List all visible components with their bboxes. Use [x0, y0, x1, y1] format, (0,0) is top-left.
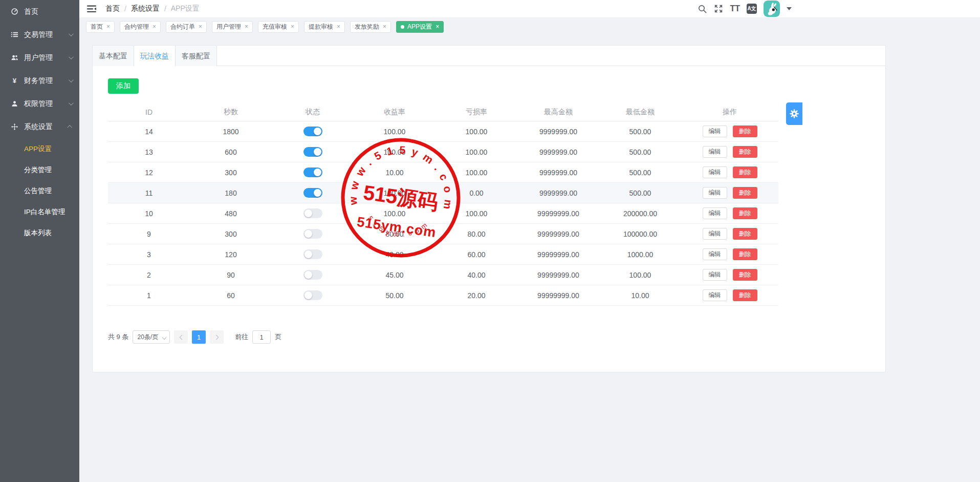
delete-button[interactable]: 删除 — [733, 248, 757, 260]
breadcrumb: 首页 / 系统设置 / APP设置 — [105, 4, 200, 13]
cell-operations: 编辑删除 — [681, 269, 778, 281]
tag-item[interactable]: 用户管理× — [212, 21, 253, 33]
sidebar-item-users[interactable]: 用户管理 — [0, 46, 79, 69]
chevron-down-icon — [162, 336, 166, 340]
tag-close-icon[interactable]: × — [106, 23, 110, 30]
tag-close-icon[interactable]: × — [153, 23, 156, 30]
tag-item[interactable]: 发放奖励× — [350, 21, 391, 33]
edit-button[interactable]: 编辑 — [703, 125, 727, 137]
prev-page-button[interactable] — [174, 330, 188, 344]
cell-operations: 编辑删除 — [681, 289, 778, 301]
goto-page-input[interactable] — [252, 330, 271, 344]
tag-item[interactable]: 首页× — [86, 21, 115, 33]
status-toggle[interactable] — [303, 270, 322, 280]
breadcrumb-home[interactable]: 首页 — [105, 4, 120, 13]
sidebar-item-finance[interactable]: ¥财务管理 — [0, 69, 79, 92]
font-size-icon[interactable]: TT — [730, 5, 740, 13]
cell-id: 1 — [108, 291, 190, 300]
cell-status — [272, 208, 354, 218]
edit-button[interactable]: 编辑 — [703, 187, 727, 199]
breadcrumb-system-settings[interactable]: 系统设置 — [131, 4, 160, 13]
tab-玩法收益[interactable]: 玩法收益 — [134, 46, 176, 67]
column-header: 最高金额 — [517, 108, 599, 117]
sidebar-item-trade[interactable]: 交易管理 — [0, 23, 79, 46]
cell-min-amount: 500.00 — [599, 128, 681, 136]
tag-label: 合约订单 — [170, 23, 195, 31]
cell-max-amount: 9999999.00 — [517, 128, 599, 136]
column-header: 秒数 — [190, 108, 272, 117]
edit-button[interactable]: 编辑 — [703, 146, 727, 158]
cell-seconds: 600 — [190, 148, 272, 156]
cell-min-amount: 1000.00 — [599, 250, 681, 259]
sidebar-item-label: 首页 — [24, 7, 72, 16]
delete-button[interactable]: 删除 — [733, 207, 757, 219]
translate-icon[interactable]: A文 — [747, 4, 757, 14]
collapse-sidebar-icon[interactable] — [86, 3, 97, 14]
sidebar-subitem-announcement[interactable]: 公告管理 — [0, 180, 79, 201]
sidebar-item-label: 用户管理 — [24, 53, 69, 62]
user-menu-caret-icon[interactable] — [787, 7, 792, 10]
tag-label: 用户管理 — [216, 23, 241, 31]
tag-close-icon[interactable]: × — [245, 23, 248, 30]
tag-close-icon[interactable]: × — [291, 23, 294, 30]
sidebar-item-home[interactable]: 首页 — [0, 0, 79, 23]
chevron-right-icon — [213, 334, 219, 340]
sidebar-item-permission[interactable]: 权限管理 — [0, 92, 79, 115]
edit-button[interactable]: 编辑 — [703, 228, 727, 240]
avatar[interactable] — [764, 1, 780, 17]
sidebar-subitem-ip-whitelist[interactable]: IP白名单管理 — [0, 201, 79, 222]
sidebar-item-system[interactable]: 系统设置 — [0, 115, 79, 138]
sidebar-subitem-app-settings[interactable]: APP设置 — [0, 138, 79, 159]
tag-close-icon[interactable]: × — [383, 23, 386, 30]
cell-id: 9 — [108, 230, 190, 238]
yuan-icon: ¥ — [10, 77, 18, 85]
tag-close-icon[interactable]: × — [337, 23, 340, 30]
delete-button[interactable]: 删除 — [733, 187, 757, 199]
pagination: 共 9 条 20条/页 1 前往 页 — [108, 330, 885, 344]
column-header: 最低金额 — [599, 108, 681, 117]
settings-panel-button[interactable] — [786, 102, 802, 125]
status-toggle[interactable] — [303, 127, 322, 136]
tag-close-icon[interactable]: × — [199, 23, 202, 30]
status-toggle[interactable] — [303, 208, 322, 218]
delete-button[interactable]: 删除 — [733, 146, 757, 158]
edit-button[interactable]: 编辑 — [703, 248, 727, 260]
edit-button[interactable]: 编辑 — [703, 269, 727, 281]
page-number-button[interactable]: 1 — [192, 330, 206, 344]
search-icon[interactable] — [698, 4, 707, 14]
sidebar: 首页交易管理用户管理¥财务管理权限管理系统设置APP设置分类管理公告管理IP白名… — [0, 0, 79, 482]
delete-button[interactable]: 删除 — [733, 228, 757, 240]
table-row: 13600100.00100.009999999.00500.00编辑删除 — [108, 142, 778, 162]
tag-item[interactable]: 合约管理× — [120, 21, 161, 33]
status-toggle[interactable] — [303, 249, 322, 259]
add-button[interactable]: 添加 — [108, 78, 139, 94]
delete-button[interactable]: 删除 — [733, 289, 757, 301]
edit-button[interactable]: 编辑 — [703, 289, 727, 301]
tag-item[interactable]: 提款审核× — [304, 21, 345, 33]
chevron-down-icon — [69, 77, 74, 82]
edit-button[interactable]: 编辑 — [703, 207, 727, 219]
sidebar-subitem-category[interactable]: 分类管理 — [0, 159, 79, 180]
delete-button[interactable]: 删除 — [733, 125, 757, 137]
cell-operations: 编辑删除 — [681, 207, 778, 219]
toggle-knob — [314, 169, 321, 176]
delete-button[interactable]: 删除 — [733, 166, 757, 178]
status-toggle[interactable] — [303, 188, 322, 198]
fullscreen-icon[interactable] — [714, 4, 723, 13]
main-area: 首页 / 系统设置 / APP设置 TT A文 — [79, 0, 980, 482]
next-page-button[interactable] — [210, 330, 224, 344]
page-size-select[interactable]: 20条/页 — [133, 330, 170, 344]
tag-item[interactable]: 合约订单× — [166, 21, 207, 33]
delete-button[interactable]: 删除 — [733, 269, 757, 281]
tag-close-icon[interactable]: × — [435, 23, 439, 30]
edit-button[interactable]: 编辑 — [703, 166, 727, 178]
tab-基本配置[interactable]: 基本配置 — [93, 46, 134, 66]
status-toggle[interactable] — [303, 147, 322, 157]
tag-item[interactable]: 充值审核× — [258, 21, 299, 33]
tab-客服配置[interactable]: 客服配置 — [176, 46, 217, 66]
status-toggle[interactable] — [303, 290, 322, 300]
status-toggle[interactable] — [303, 167, 322, 177]
tag-active[interactable]: APP设置× — [396, 21, 444, 33]
sidebar-subitem-versions[interactable]: 版本列表 — [0, 222, 79, 243]
status-toggle[interactable] — [303, 229, 322, 239]
